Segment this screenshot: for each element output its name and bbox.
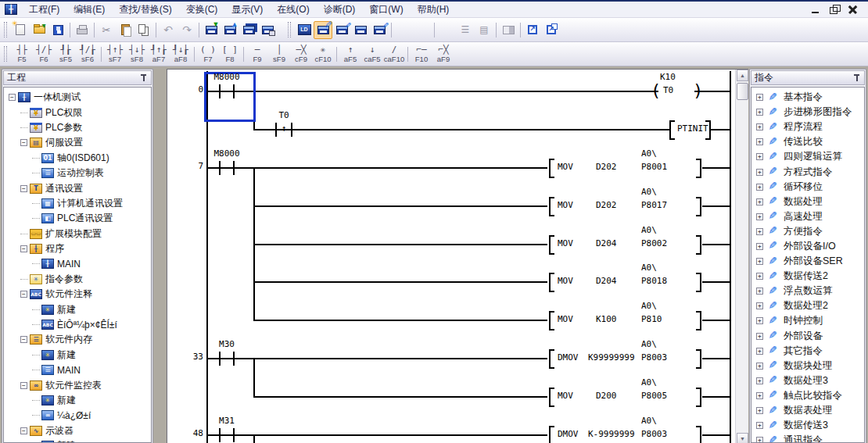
read-mode-button[interactable] [351, 21, 370, 39]
collapse-toggle[interactable]: − [20, 336, 27, 343]
expand-toggle[interactable]: + [756, 273, 763, 280]
instruction-group-高速处理[interactable]: +高速处理 [751, 209, 864, 224]
fkey-cF9[interactable]: ─╳cF9 [290, 45, 312, 63]
tree-item-¼à¿Ø±í[interactable]: ∞¼à¿Ø±í [4, 408, 151, 423]
instruction-group-数据传送2[interactable]: +数据传送2 [751, 269, 864, 284]
split-window-button[interactable] [499, 21, 518, 39]
instruction-group-外部设备SER[interactable]: +外部设备SER [751, 254, 864, 269]
tree-item-新建[interactable]: ✳新建 [4, 393, 151, 408]
new-project-button[interactable] [11, 21, 30, 39]
collapse-toggle[interactable]: − [20, 245, 27, 252]
menu-显示(V)[interactable]: 显示(V) [224, 2, 270, 18]
copy-button[interactable] [135, 21, 153, 39]
fkey-caF10[interactable]: ∕caF10 [383, 45, 405, 63]
collapse-toggle[interactable]: − [20, 185, 27, 192]
toolbar-grip-2[interactable] [288, 22, 291, 38]
expand-toggle[interactable]: + [756, 198, 763, 205]
menu-编辑(E)[interactable]: 编辑(E) [66, 2, 112, 18]
expand-toggle[interactable]: + [756, 333, 763, 340]
tree-item-新建[interactable]: ✳新建 [4, 438, 151, 443]
instruction-group-时钟控制[interactable]: +时钟控制 [751, 313, 864, 328]
fkey-F8[interactable]: [ ]F8 [219, 45, 241, 63]
close-button[interactable] [847, 4, 860, 16]
note-display-button[interactable] [475, 21, 493, 39]
menu-变换(C)[interactable]: 变换(C) [179, 2, 225, 18]
expand-toggle[interactable]: + [756, 288, 763, 295]
menu-工程(F)[interactable]: 工程(F) [22, 2, 66, 18]
expand-toggle[interactable]: + [756, 228, 763, 235]
expand-toggle[interactable]: + [756, 437, 763, 443]
tree-item-轴0(ISD601)[interactable]: 01轴0(ISD601) [4, 151, 151, 166]
statement-display-button[interactable] [456, 21, 475, 39]
expand-toggle[interactable]: + [756, 213, 763, 220]
read-from-plc-button[interactable] [221, 21, 239, 39]
collapse-toggle[interactable]: − [20, 291, 27, 298]
pin-icon[interactable] [852, 73, 861, 83]
write-to-plc-button[interactable] [202, 21, 221, 39]
expand-toggle[interactable]: + [756, 184, 763, 191]
fkey-cF10[interactable]: ✳cF10 [312, 45, 334, 63]
tree-item-运动控制表[interactable]: ☰运动控制表 [4, 166, 151, 180]
expand-toggle[interactable]: + [756, 258, 763, 265]
expand-toggle[interactable]: + [756, 109, 763, 116]
expand-toggle[interactable]: + [756, 363, 763, 370]
transfer-setup-button[interactable] [258, 21, 277, 39]
tree-item-指令参数[interactable]: ✳指令参数 [4, 272, 151, 287]
collapse-toggle[interactable]: − [9, 94, 16, 101]
instruction-group-数据块处理[interactable]: +数据块处理 [751, 359, 864, 373]
fkey-caF5[interactable]: ↓caF5 [361, 45, 383, 63]
ladder-edit-mode-button[interactable] [314, 21, 332, 39]
verify-with-plc-button[interactable] [239, 21, 258, 39]
pin-icon[interactable] [139, 73, 148, 83]
tree-item-ÈíÔª¼þ×¢ÊÍ±í[interactable]: ABCÈíÔª¼þ×¢ÊÍ±í [4, 317, 151, 332]
expand-toggle[interactable]: + [756, 153, 763, 160]
collapse-toggle[interactable]: − [20, 139, 27, 146]
fkey-sF8[interactable]: ┤↓├sF8 [126, 45, 148, 63]
write-mode-button[interactable] [370, 21, 389, 39]
instruction-group-数据表处理[interactable]: +数据表处理 [751, 403, 864, 418]
expand-toggle[interactable]: + [756, 392, 763, 399]
device-test-2-button[interactable] [413, 21, 432, 39]
ld-logic-test-button[interactable] [295, 21, 314, 39]
fkey-F5[interactable]: ┤├F5 [11, 45, 33, 63]
toolbar-grip[interactable] [4, 22, 7, 38]
open-new-window-button[interactable] [523, 21, 542, 39]
fkey-F7[interactable]: ( )F7 [197, 45, 219, 63]
menu-查找/替换(S)[interactable]: 查找/替换(S) [112, 2, 178, 18]
cut-button[interactable] [97, 21, 116, 39]
instruction-group-通讯指令[interactable]: +通讯指令 [751, 433, 864, 443]
instruction-group-其它指令[interactable]: +其它指令 [751, 344, 864, 359]
tree-item-计算机通讯设置[interactable]: ▦计算机通讯设置 [4, 196, 151, 211]
instruction-group-触点比较指令[interactable]: +触点比较指令 [751, 388, 864, 403]
tree-item-PLC参数[interactable]: ¥PLC参数 [4, 120, 151, 135]
ladder-canvas[interactable]: 0M8000()T0K10↑T0PTINIT7M8000MOVD202P8001… [167, 70, 735, 443]
tree-item-伺服设置[interactable]: −▤伺服设置 [4, 135, 151, 150]
expand-toggle[interactable]: + [756, 407, 763, 414]
instruction-group-程序流程[interactable]: +程序流程 [751, 120, 864, 134]
fkey-F10[interactable]: ⌐─F10 [411, 45, 432, 63]
instruction-group-基本指令[interactable]: +基本指令 [751, 90, 864, 105]
scroll-up-button[interactable]: ▲ [737, 70, 748, 81]
scroll-thumb[interactable] [737, 83, 748, 100]
collapse-toggle[interactable]: − [20, 382, 27, 389]
fkey-sF9[interactable]: │sF9 [268, 45, 290, 63]
menu-诊断(D)[interactable]: 诊断(D) [317, 2, 363, 18]
fkey-F6[interactable]: ┤/├F6 [33, 45, 55, 63]
instruction-group-方程式指令[interactable]: +方程式指令 [751, 164, 864, 179]
tree-item-PLC权限[interactable]: ¥PLC权限 [4, 105, 151, 120]
undo-button[interactable] [159, 21, 178, 39]
instruction-group-数据处理3[interactable]: +数据处理3 [751, 373, 864, 388]
ladder-vscrollbar[interactable]: ▲ ▼ [735, 70, 748, 443]
fkey-aF9[interactable]: ⌐╳aF9 [432, 45, 454, 63]
redo-button[interactable] [178, 21, 196, 39]
expand-toggle[interactable]: + [756, 243, 763, 250]
instruction-group-方便指令[interactable]: +方便指令 [751, 224, 864, 239]
device-test-button[interactable] [394, 21, 413, 39]
fkey-aF5[interactable]: ↑aF5 [339, 45, 361, 63]
instruction-group-外部设备I/O[interactable]: +外部设备I/O [751, 239, 864, 254]
expand-toggle[interactable]: + [756, 123, 763, 130]
tree-item-软元件监控表[interactable]: −∞软元件监控表 [4, 377, 151, 392]
menu-窗口(W)[interactable]: 窗口(W) [362, 2, 410, 18]
collapse-toggle[interactable]: − [20, 427, 27, 434]
tree-item-一体机测试[interactable]: −╂一体机测试 [4, 90, 151, 105]
